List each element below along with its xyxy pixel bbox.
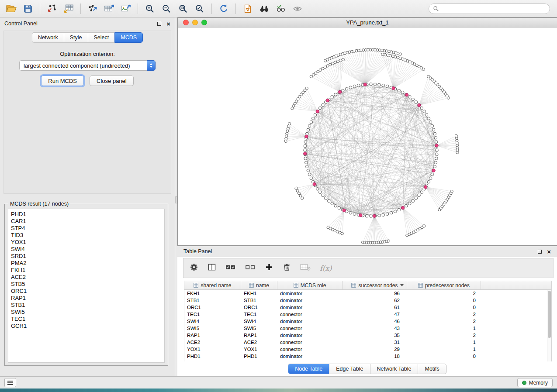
mcds-node-item[interactable]: PMA2 bbox=[11, 260, 164, 267]
table-panel: Table Panel × bbox=[177, 246, 557, 376]
cell-successors: 29 bbox=[343, 347, 407, 352]
control-panel-tabs: Network Style Select MCDS bbox=[4, 32, 171, 43]
deselect-all-icon bbox=[245, 263, 256, 271]
table-row[interactable]: TEC1TEC1connector472 bbox=[184, 311, 547, 318]
column-label: predecessor nodes bbox=[425, 282, 470, 289]
close-panel-icon[interactable]: × bbox=[166, 21, 170, 27]
mcds-node-item[interactable]: STB5 bbox=[11, 281, 164, 288]
mcds-tab-panel: Network Style Select MCDS Optimization c… bbox=[3, 31, 171, 194]
close-table-panel-icon[interactable]: × bbox=[547, 248, 551, 255]
memory-button[interactable]: Memory bbox=[517, 378, 553, 387]
export-table-button[interactable] bbox=[101, 2, 117, 16]
clone-network-button[interactable] bbox=[240, 2, 256, 16]
table-row[interactable]: FKH1FKH1dominator962 bbox=[184, 290, 547, 297]
find-button[interactable] bbox=[256, 2, 272, 16]
save-session-button[interactable] bbox=[20, 2, 36, 16]
mcds-node-item[interactable]: ACE2 bbox=[11, 274, 164, 281]
zoom-selected-button[interactable] bbox=[192, 2, 208, 16]
cell-name: PHD1 bbox=[241, 354, 277, 359]
tab-select[interactable]: Select bbox=[88, 32, 115, 43]
table-row[interactable]: RAP1RAP1dominator352 bbox=[184, 332, 547, 339]
network-titlebar[interactable]: YPA_prune.txt_1 bbox=[178, 18, 557, 28]
column-header-name[interactable]: name bbox=[241, 281, 277, 289]
search-box[interactable] bbox=[429, 3, 550, 14]
close-mcds-panel-button[interactable]: Close panel bbox=[90, 76, 134, 86]
tab-style[interactable]: Style bbox=[64, 32, 88, 43]
mcds-node-item[interactable]: YOX1 bbox=[11, 239, 164, 246]
cell-successors: 18 bbox=[343, 354, 407, 359]
import-network-button[interactable] bbox=[44, 2, 60, 16]
mcds-result-list[interactable]: PHD1CAR1STP4TID3YOX1SWI4SRD1PMA2FKH1ACE2… bbox=[8, 209, 165, 363]
table-row[interactable]: SWI5SWI5connector431 bbox=[184, 325, 547, 332]
mcds-node-item[interactable]: TID3 bbox=[11, 232, 164, 239]
add-column-button[interactable] bbox=[265, 263, 273, 273]
table-row[interactable]: ORC1ORC1dominator610 bbox=[184, 304, 547, 311]
export-image-button[interactable] bbox=[118, 2, 134, 16]
zoom-out-button[interactable] bbox=[159, 2, 174, 16]
table-row[interactable]: PHD1PHD1dominator180 bbox=[184, 353, 547, 360]
mcds-node-item[interactable]: ORC1 bbox=[11, 288, 164, 295]
export-network-button[interactable] bbox=[85, 2, 100, 16]
mcds-node-item[interactable]: SWI4 bbox=[11, 246, 164, 253]
zoom-in-button[interactable] bbox=[142, 2, 158, 16]
delete-column-button[interactable] bbox=[283, 263, 291, 273]
float-table-panel-icon[interactable] bbox=[538, 250, 542, 254]
open-session-button[interactable] bbox=[3, 2, 19, 16]
column-header-successor-nodes[interactable]: successor nodes bbox=[343, 281, 407, 289]
mcds-node-item[interactable]: PHD1 bbox=[11, 211, 164, 218]
zoom-fit-button[interactable] bbox=[175, 2, 191, 16]
tab-network-table[interactable]: Network Table bbox=[370, 364, 419, 374]
mcds-node-item[interactable]: STB1 bbox=[11, 302, 164, 309]
show-columns-button[interactable] bbox=[208, 263, 216, 273]
close-window-icon[interactable] bbox=[183, 20, 189, 25]
binoculars-icon bbox=[259, 4, 269, 14]
mcds-node-item[interactable]: GCR1 bbox=[11, 323, 164, 330]
table-row[interactable]: STB1STB1dominator620 bbox=[184, 297, 547, 304]
mcds-node-item[interactable]: STP4 bbox=[11, 225, 164, 232]
minimize-window-icon[interactable] bbox=[192, 20, 198, 25]
deselect-all-button[interactable] bbox=[245, 263, 256, 273]
menu-icon bbox=[7, 381, 13, 382]
cell-name: SWI5 bbox=[241, 326, 277, 331]
criterion-dropdown[interactable]: largest connected component (undirected) bbox=[19, 60, 156, 71]
table-row[interactable]: YOX1YOX1connector291 bbox=[184, 346, 547, 353]
sort-arrow-icon[interactable] bbox=[400, 284, 404, 286]
status-menu-button[interactable] bbox=[4, 378, 16, 387]
tab-mcds[interactable]: MCDS bbox=[114, 32, 143, 43]
column-header-predecessor-nodes[interactable]: predecessor nodes bbox=[407, 281, 481, 289]
mcds-node-item[interactable]: SRD1 bbox=[11, 253, 164, 260]
table-scrollbar[interactable] bbox=[547, 290, 551, 362]
mcds-node-item[interactable]: TEC1 bbox=[11, 316, 164, 323]
control-panel-header: Control Panel × bbox=[0, 17, 175, 30]
tab-motifs[interactable]: Motifs bbox=[418, 364, 446, 374]
network-canvas[interactable] bbox=[178, 28, 557, 245]
mcds-node-item[interactable]: FKH1 bbox=[11, 267, 164, 274]
dropdown-stepper-icon[interactable] bbox=[147, 60, 156, 71]
scrollbar-thumb[interactable] bbox=[548, 291, 551, 338]
tab-network[interactable]: Network bbox=[32, 32, 64, 43]
add-icon bbox=[265, 263, 273, 272]
table-row[interactable]: SWI4SWI4dominator462 bbox=[184, 318, 547, 325]
mcds-node-item[interactable]: CAR1 bbox=[11, 218, 164, 225]
maximize-window-icon[interactable] bbox=[201, 20, 207, 25]
toolbar-separator bbox=[80, 3, 81, 14]
refresh-network-button[interactable] bbox=[216, 2, 232, 16]
search-input[interactable] bbox=[442, 6, 546, 12]
column-header-mcds-role[interactable]: MCDS role bbox=[277, 281, 343, 289]
table-settings-button[interactable] bbox=[190, 263, 198, 273]
import-table-button[interactable] bbox=[61, 2, 76, 16]
column-header-shared-name[interactable]: shared name bbox=[184, 281, 241, 289]
float-panel-icon[interactable] bbox=[157, 22, 161, 26]
mcds-node-item[interactable]: SWI5 bbox=[11, 309, 164, 316]
show-hide-button[interactable] bbox=[290, 2, 305, 16]
mcds-node-item[interactable]: RAP1 bbox=[11, 295, 164, 302]
cell-shared-name: SWI4 bbox=[184, 319, 241, 324]
run-mcds-button[interactable]: Run MCDS bbox=[41, 76, 84, 86]
table-header-row: shared name name MCD bbox=[184, 281, 551, 290]
select-all-button[interactable] bbox=[225, 263, 236, 273]
table-row[interactable]: ACE2ACE2connector311 bbox=[184, 339, 547, 346]
cell-predecessors: 1 bbox=[407, 340, 481, 345]
tab-node-table[interactable]: Node Table bbox=[288, 364, 329, 374]
graphics-details-button[interactable] bbox=[273, 2, 289, 16]
tab-edge-table[interactable]: Edge Table bbox=[329, 364, 370, 374]
